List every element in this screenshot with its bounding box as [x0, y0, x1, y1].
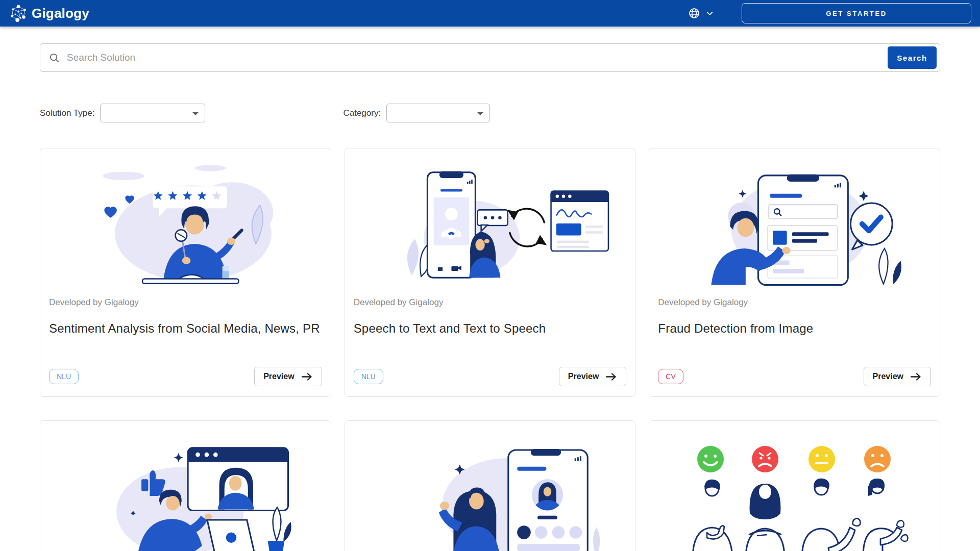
language-switcher[interactable]: [688, 7, 715, 19]
chevron-down-icon: [705, 9, 715, 18]
card-footer: NLU Preview: [49, 367, 322, 386]
card-illustration: [345, 148, 635, 287]
solution-card: Developed by Gigalogy Fraud Detection fr…: [649, 148, 940, 397]
emoji-feedback-people-illustration: [677, 435, 912, 551]
developed-by: Developed by Gigalogy: [49, 297, 322, 308]
navbar: Gigalogy GET STARTED: [0, 0, 980, 27]
solution-title: Speech to Text and Text to Speech: [354, 321, 627, 336]
solution-type-label: Solution Type:: [40, 108, 94, 118]
person-review-stars-illustration: [76, 159, 295, 287]
category-tag: NLU: [354, 369, 383, 384]
category-select[interactable]: [386, 104, 490, 122]
preview-label: Preview: [568, 372, 599, 381]
solution-card-partial: [40, 420, 331, 551]
arrow-right-icon: [910, 372, 922, 381]
globe-icon: [688, 7, 700, 19]
category-label: Category:: [343, 108, 381, 118]
card-illustration: [40, 421, 331, 551]
category-tag: NLU: [49, 369, 79, 384]
category-tag: CV: [658, 369, 683, 384]
arrow-right-icon: [605, 372, 617, 381]
preview-button[interactable]: Preview: [864, 367, 931, 386]
filters-row: Solution Type: Category:: [40, 104, 940, 122]
card-illustration: [345, 421, 635, 551]
search-button[interactable]: Search: [888, 46, 937, 69]
profile-phone-woman-illustration: [375, 435, 605, 551]
brand-name: Gigalogy: [32, 6, 89, 21]
search-input[interactable]: [66, 52, 882, 64]
developed-by: Developed by Gigalogy: [354, 297, 627, 308]
search-icon: [48, 52, 60, 64]
preview-button[interactable]: Preview: [254, 367, 322, 386]
solution-card-partial: [649, 420, 940, 551]
developed-by: Developed by Gigalogy: [658, 297, 931, 308]
dropdown-caret-icon: [192, 112, 199, 115]
category-filter: Category:: [343, 104, 490, 122]
card-footer: NLU Preview: [354, 367, 627, 386]
card-illustration: [649, 148, 940, 287]
phone-check-verification-illustration: [680, 163, 910, 287]
get-started-button[interactable]: GET STARTED: [742, 3, 971, 23]
solution-card: Developed by Gigalogy Sentiment Analysis…: [40, 148, 331, 397]
card-illustration: [649, 421, 940, 551]
card-footer: CV Preview: [658, 367, 931, 386]
video-call-laptop-illustration: [70, 435, 300, 551]
preview-button[interactable]: Preview: [559, 367, 626, 386]
solutions-grid: Developed by Gigalogy Sentiment Analysis…: [40, 148, 940, 551]
preview-label: Preview: [873, 372, 903, 381]
voice-call-sync-browser-illustration: [370, 163, 610, 287]
solution-title: Fraud Detection from Image: [658, 321, 931, 336]
solution-card: Developed by Gigalogy Speech to Text and…: [345, 148, 636, 397]
arrow-right-icon: [301, 372, 313, 381]
solution-card-partial: [345, 420, 636, 551]
main-content: Search Solution Type: Category:: [0, 43, 980, 551]
brand[interactable]: Gigalogy: [9, 4, 89, 23]
card-illustration: [40, 148, 331, 287]
dropdown-caret-icon: [477, 112, 483, 115]
gigalogy-logo-icon: [9, 4, 28, 23]
search-bar: Search: [40, 43, 940, 72]
solution-type-select[interactable]: [100, 104, 205, 122]
solution-title: Sentiment Analysis from Social Media, Ne…: [49, 321, 322, 336]
preview-label: Preview: [263, 372, 294, 381]
solution-type-filter: Solution Type:: [40, 104, 205, 122]
